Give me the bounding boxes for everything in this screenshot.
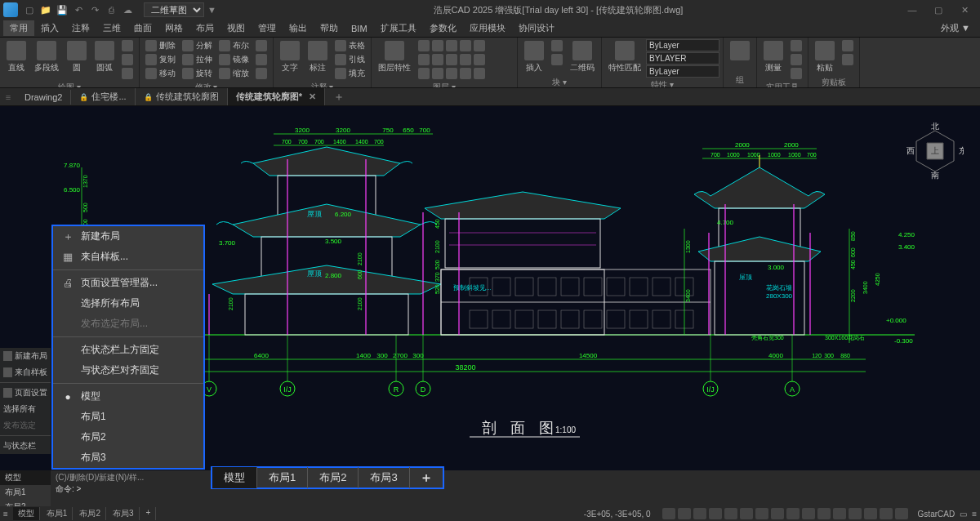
lineweight-dropdown[interactable]	[646, 65, 719, 78]
util-3[interactable]	[788, 67, 804, 80]
menu-insert[interactable]: 插入	[34, 20, 65, 36]
color-dropdown[interactable]	[646, 39, 719, 51]
sb-osnap-icon[interactable]	[724, 508, 737, 519]
sb-l3[interactable]: 布局3	[108, 507, 140, 520]
maximize-icon[interactable]: ▢	[926, 2, 951, 17]
polyline-button[interactable]: 多段线	[31, 39, 62, 75]
dimension-button[interactable]: 标注	[305, 39, 331, 75]
util-2[interactable]	[788, 53, 804, 66]
lt-layout2[interactable]: 布局2	[308, 467, 359, 488]
menu-app[interactable]: 应用模块	[463, 20, 512, 36]
ctx-from-template[interactable]: ▦来自样板...	[53, 247, 203, 267]
doc-tab-2[interactable]: 🔒住宅楼...	[71, 88, 135, 105]
modify-more-2[interactable]	[253, 53, 270, 66]
menu-extend[interactable]: 扩展工具	[374, 20, 423, 36]
viewcube[interactable]: 北 南 东 西 上	[906, 122, 964, 180]
layer-row-1[interactable]	[416, 39, 514, 52]
sb-handle-icon[interactable]: ≡	[3, 510, 8, 519]
menu-view[interactable]: 视图	[220, 20, 252, 36]
ctx-page-setup[interactable]: 🖨页面设置管理器...	[53, 273, 203, 293]
sb-grid-icon[interactable]	[678, 508, 691, 519]
lt-model[interactable]: 模型	[212, 467, 257, 488]
modify-more-3[interactable]	[253, 67, 270, 80]
sb-snap-icon[interactable]	[662, 508, 675, 519]
sb-qp-icon[interactable]	[802, 508, 815, 519]
text-button[interactable]: 文字	[277, 39, 303, 75]
menu-layout[interactable]: 布局	[189, 20, 220, 36]
lp-dock[interactable]: 与状态栏	[0, 438, 51, 454]
undo-icon[interactable]: ↶	[72, 3, 85, 16]
draw-more-1[interactable]	[119, 39, 136, 52]
qrcode-button[interactable]: 二维码	[567, 39, 598, 75]
save-icon[interactable]: 💾	[56, 3, 69, 16]
sb-l2[interactable]: 布局2	[74, 507, 106, 520]
print-icon[interactable]: ⎙	[105, 3, 118, 16]
lp-pagesetup[interactable]: 页面设置	[0, 385, 51, 401]
sb-lwt-icon[interactable]	[771, 508, 784, 519]
ctx-new-layout[interactable]: ＋新建布局	[53, 226, 203, 247]
menu-surface[interactable]: 曲面	[127, 20, 158, 36]
cmd-tab-l1[interactable]: 布局1	[0, 485, 51, 500]
paste-button[interactable]: 粘贴	[812, 39, 838, 75]
stretch-button[interactable]: 拉伸	[180, 53, 215, 66]
menu-param[interactable]: 参数化	[423, 20, 463, 36]
menu-annotate[interactable]: 注释	[65, 20, 96, 36]
ctx-layout3[interactable]: 布局3	[53, 448, 203, 468]
open-icon[interactable]: 📁	[39, 3, 52, 16]
lp-template[interactable]: 来自样板	[0, 364, 51, 381]
cmd-tab-model[interactable]: 模型	[0, 470, 51, 485]
insert-block-button[interactable]: 插入	[521, 39, 547, 75]
line-button[interactable]: 直线	[3, 39, 29, 75]
appearance-dropdown[interactable]: 外观 ▼	[934, 20, 977, 36]
linetype-dropdown[interactable]	[646, 52, 719, 65]
menu-output[interactable]: 输出	[283, 20, 314, 36]
doc-tab-4[interactable]: 传统建筑轮廓图*✕	[228, 88, 325, 105]
menu-manage[interactable]: 管理	[252, 20, 283, 36]
hatch-button[interactable]: 填充	[332, 67, 368, 80]
arc-button[interactable]: 圆弧	[91, 39, 118, 75]
cloud-icon[interactable]: ☁	[121, 3, 134, 16]
close-icon[interactable]: ✕	[952, 2, 977, 17]
close-tab-icon[interactable]: ✕	[309, 91, 316, 102]
sb-menu-icon[interactable]: ≡	[972, 510, 977, 519]
lp-selectall[interactable]: 选择所有	[0, 401, 51, 417]
erase-button[interactable]: 删除	[143, 39, 178, 52]
sb-ws-icon[interactable]	[849, 508, 862, 519]
group-button[interactable]	[727, 39, 753, 64]
lt-add-button[interactable]: ＋	[410, 466, 443, 490]
layer-props-button[interactable]: 图层特性	[375, 39, 414, 75]
clip-1[interactable]	[840, 39, 856, 52]
doc-tab-1[interactable]: Drawing2	[16, 90, 71, 105]
menu-mesh[interactable]: 网格	[158, 20, 189, 36]
draw-more-2[interactable]	[119, 53, 136, 66]
lt-layout1[interactable]: 布局1	[257, 467, 308, 488]
ctx-model[interactable]: 模型	[53, 386, 203, 407]
sb-model[interactable]: 模型	[13, 507, 40, 520]
menu-help[interactable]: 帮助	[314, 20, 345, 36]
layer-row-3[interactable]	[416, 67, 514, 80]
menu-bim[interactable]: BIM	[345, 22, 374, 35]
bool-button[interactable]: 布尔	[216, 39, 252, 52]
new-icon[interactable]: ▢	[23, 3, 36, 16]
copy-button[interactable]: 复制	[143, 53, 178, 66]
clip-2[interactable]	[840, 53, 856, 66]
ctx-dock-align[interactable]: 与状态栏对齐固定	[53, 360, 203, 381]
scale-button[interactable]: 缩放	[216, 67, 252, 80]
move-button[interactable]: 移动	[143, 67, 178, 80]
measure-button[interactable]: 测量	[760, 39, 786, 75]
sb-l1[interactable]: 布局1	[42, 507, 74, 520]
lp-new[interactable]: 新建布局	[0, 348, 51, 364]
sb-dyn-icon[interactable]	[755, 508, 768, 519]
layer-row-2[interactable]	[416, 53, 514, 66]
sb-add[interactable]: +	[141, 507, 157, 520]
tab-handle-icon[interactable]: ≡	[0, 92, 16, 102]
sb-sc-icon[interactable]	[817, 508, 831, 519]
sb-iso-icon[interactable]	[880, 508, 893, 519]
block-more-2[interactable]	[549, 53, 565, 66]
workspace-dropdown[interactable]: 二维草图	[144, 2, 204, 17]
menu-home[interactable]: 常用	[3, 20, 34, 36]
sb-mon-icon[interactable]	[864, 508, 877, 519]
lt-layout3[interactable]: 布局3	[359, 467, 409, 488]
redo-icon[interactable]: ↷	[88, 3, 101, 16]
doc-tab-3[interactable]: 🔒传统建筑轮廓图	[136, 88, 228, 105]
